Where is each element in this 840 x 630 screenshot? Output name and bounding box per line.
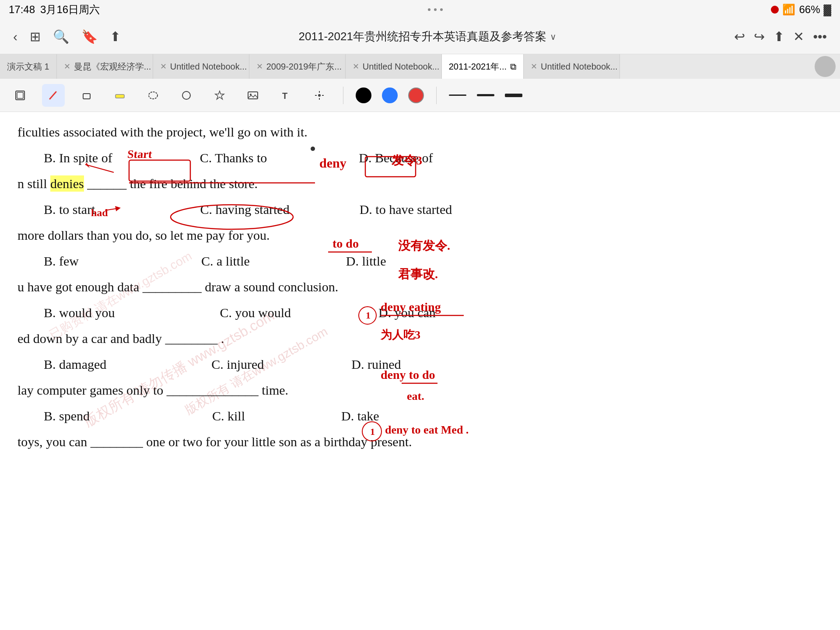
undo-button[interactable]: ↩ — [734, 29, 745, 44]
image-tool[interactable] — [242, 84, 264, 107]
more-button[interactable]: ••• — [813, 29, 827, 44]
color-black[interactable] — [356, 88, 371, 103]
text-fire: the fire behind the store. — [130, 176, 258, 191]
status-right: 📶 66% ▓ — [771, 4, 831, 16]
color-blue[interactable] — [382, 88, 398, 103]
battery-text: 66% — [799, 4, 820, 16]
text-denies: denies — [50, 175, 84, 192]
tab-2011-active[interactable]: 2011-2021年... ⧉ — [442, 54, 524, 79]
text-line3: n still denies ______ the fire behind th… — [18, 172, 814, 195]
avatar[interactable] — [815, 56, 836, 77]
pointer-tool[interactable] — [308, 84, 331, 107]
tab-label: 曼昆《宏观经济学... — [74, 61, 151, 73]
back-button[interactable]: ‹ — [13, 29, 18, 44]
grid-button[interactable]: ⊞ — [30, 29, 41, 44]
blank7: _________ — [143, 280, 202, 294]
content-area: 版权所有 请在www.gztsb.com ficulties associate… — [0, 112, 840, 630]
tab-close-icon[interactable]: ✕ — [64, 62, 70, 71]
option-c8: C. you would — [150, 301, 291, 324]
tab-2009[interactable]: ✕ 2009-2019年广东... — [249, 54, 346, 79]
dot1 — [428, 8, 430, 11]
option-b10: B. damaged — [44, 353, 106, 375]
tab-close-icon[interactable]: ✕ — [531, 62, 537, 71]
date: 3月16日周六 — [40, 3, 100, 17]
toolbar-right-buttons: ↩ ↪ ⬆ ✕ ••• — [734, 29, 827, 44]
status-center — [428, 8, 443, 11]
status-left: 17:48 3月16日周六 — [9, 3, 100, 17]
tab-label: Untitled Notebook... — [363, 62, 440, 72]
separator1 — [343, 87, 343, 104]
tab-close-icon[interactable]: ✕ — [256, 62, 263, 71]
option-c12: C. kill — [125, 405, 245, 427]
tab-label: Untitled Notebook... — [541, 62, 618, 72]
option-c2: C. Thanks to — [147, 147, 267, 169]
crop-tool[interactable] — [9, 84, 32, 107]
tab-presentation[interactable]: 演示文稿 1 — [0, 54, 57, 79]
option-c4: C. having started — [130, 198, 290, 220]
text-tool[interactable]: T — [275, 84, 298, 107]
color-red[interactable] — [408, 88, 424, 103]
redo-button[interactable]: ↪ — [754, 29, 765, 44]
split-view-icon[interactable]: ⧉ — [510, 62, 516, 72]
text-line4-options: B. to start C. having started D. to have… — [18, 198, 814, 220]
share-button[interactable]: ⬆ — [110, 29, 121, 44]
stroke-thin[interactable] — [449, 94, 466, 96]
option-d4: D. to have started — [325, 198, 452, 220]
stroke-medium[interactable] — [477, 94, 494, 96]
text-still: n still — [18, 176, 50, 191]
tab-label: 演示文稿 1 — [7, 61, 49, 73]
option-c10: C. injured — [141, 353, 264, 375]
text-line7: u have got enough data _________ draw a … — [18, 276, 814, 298]
highlighter-tool[interactable] — [108, 84, 131, 107]
pen-tool[interactable] — [42, 84, 65, 107]
svg-rect-3 — [83, 94, 90, 99]
blank9: ________ — [165, 331, 217, 346]
option-b8: B. would you — [44, 301, 115, 324]
title-dropdown-arrow[interactable]: ∨ — [550, 32, 556, 42]
toolbar-title-area[interactable]: 2011-2021年贵州统招专升本英语真题及参考答案 ∨ — [299, 29, 556, 44]
record-indicator — [771, 6, 779, 14]
drawing-toolbar: T — [0, 79, 840, 112]
text-line11: lay computer games only to _____________… — [18, 379, 814, 401]
star-tool[interactable] — [208, 84, 231, 107]
dot9: . — [221, 331, 224, 346]
stroke-thick[interactable] — [505, 94, 522, 97]
main-toolbar: ‹ ⊞ 🔍 🔖 ⬆ 2011-2021年贵州统招专升本英语真题及参考答案 ∨ ↩… — [0, 19, 840, 54]
close-button[interactable]: ✕ — [793, 29, 804, 44]
text-line1: ficulties associated with the project, w… — [18, 121, 814, 143]
eraser-tool[interactable] — [75, 84, 98, 107]
tab-label: Untitled Notebook... — [170, 62, 247, 72]
option-d2: D. Because of — [359, 147, 433, 169]
document-title: 2011-2021年贵州统招专升本英语真题及参考答案 — [299, 29, 546, 44]
tab-label: 2011-2021年... — [449, 61, 507, 73]
dot3 — [440, 8, 443, 11]
svg-line-2 — [50, 92, 56, 99]
text-line8-options: B. would you C. you would D. you can — [18, 301, 814, 324]
bookmark-button[interactable]: 🔖 — [81, 29, 98, 44]
text-blank3: ______ — [87, 176, 130, 191]
search-button[interactable]: 🔍 — [53, 29, 69, 44]
text-line2-options: B. In spite of C. Thanks to D. Because o… — [18, 147, 814, 169]
option-d6: D. little — [285, 250, 386, 272]
tabs-bar: 演示文稿 1 ✕ 曼昆《宏观经济学... ✕ Untitled Notebook… — [0, 54, 840, 79]
wifi-icon: 📶 — [782, 4, 795, 16]
circle-select-tool[interactable] — [175, 84, 198, 107]
tab-notebook2[interactable]: ✕ Untitled Notebook... — [346, 54, 442, 79]
tab-notebook1[interactable]: ✕ Untitled Notebook... — [153, 54, 249, 79]
separator2 — [436, 87, 437, 104]
tab-close-icon[interactable]: ✕ — [353, 62, 359, 71]
tab-notebook3[interactable]: ✕ Untitled Notebook... — [524, 54, 620, 79]
text-line9: ed down by a car and badly ________ . — [18, 327, 814, 350]
option-b2: B. In spite of — [44, 147, 112, 169]
page-text: ficulties associated with the project, w… — [18, 121, 814, 453]
option-d10: D. ruined — [299, 353, 401, 375]
option-c6: C. a little — [114, 250, 250, 272]
export-button[interactable]: ⬆ — [774, 29, 784, 44]
text-line5: more dollars than you do, so let me pay … — [18, 224, 814, 246]
tab-close-icon[interactable]: ✕ — [160, 62, 167, 71]
svg-rect-1 — [17, 92, 23, 98]
svg-point-12 — [318, 94, 321, 97]
svg-text:T: T — [282, 91, 287, 101]
tab-economics[interactable]: ✕ 曼昆《宏观经济学... — [57, 54, 153, 79]
lasso-tool[interactable] — [142, 84, 164, 107]
